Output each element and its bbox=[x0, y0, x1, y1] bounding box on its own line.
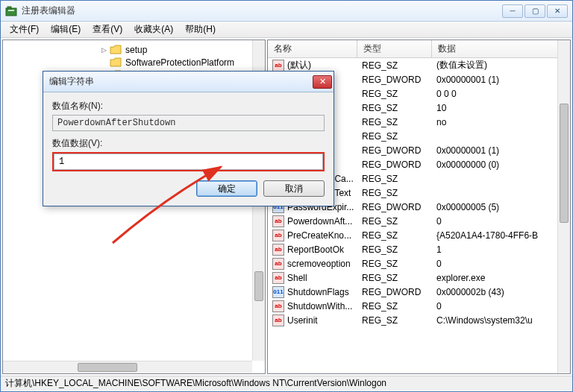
value-type: REG_DWORD bbox=[357, 159, 432, 170]
string-icon: ab bbox=[272, 60, 284, 72]
menu-view[interactable]: 查看(V) bbox=[87, 22, 128, 37]
svg-rect-2 bbox=[8, 10, 14, 11]
value-type: REG_SZ bbox=[357, 89, 432, 99]
col-type[interactable]: 类型 bbox=[357, 40, 432, 57]
value-data: (数值未设置) bbox=[432, 59, 570, 72]
value-data: 0x0000002b (43) bbox=[432, 287, 570, 297]
value-data: 0x00000001 (1) bbox=[432, 145, 570, 156]
dialog-close-button[interactable]: ✕ bbox=[313, 75, 332, 89]
edit-string-dialog: 编辑字符串 ✕ 数值名称(N): PowerdownAfterShutdown … bbox=[43, 71, 334, 206]
value-row[interactable]: abReportBootOkREG_SZ1 bbox=[268, 242, 570, 256]
value-row[interactable]: abShellREG_SZexplorer.exe bbox=[268, 271, 570, 285]
value-data: 0x00000005 (5) bbox=[432, 202, 570, 212]
value-data-highlight bbox=[52, 152, 325, 171]
col-data[interactable]: 数据 bbox=[432, 40, 570, 57]
value-type: REG_SZ bbox=[357, 131, 432, 142]
values-header: 名称 类型 数据 bbox=[268, 40, 570, 58]
value-type: REG_SZ bbox=[357, 259, 432, 269]
cancel-button[interactable]: 取消 bbox=[263, 180, 325, 197]
menu-favorites[interactable]: 收藏夹(A) bbox=[128, 22, 179, 37]
statusbar: 计算机\HKEY_LOCAL_MACHINE\SOFTWARE\Microsof… bbox=[1, 376, 572, 391]
menu-file[interactable]: 文件(F) bbox=[4, 22, 45, 37]
value-type: REG_SZ bbox=[357, 315, 432, 326]
value-data: 0 bbox=[432, 259, 570, 269]
value-type: REG_SZ bbox=[357, 103, 432, 113]
value-name: (默认) bbox=[287, 59, 311, 72]
value-name: ReportBootOk bbox=[287, 244, 344, 255]
value-type: REG_SZ bbox=[357, 216, 432, 227]
dword-icon: 011 bbox=[272, 286, 284, 298]
value-type: REG_SZ bbox=[357, 117, 432, 127]
string-icon: ab bbox=[272, 230, 284, 241]
value-data: 0 bbox=[432, 216, 570, 227]
value-name: ShutdownWith... bbox=[287, 301, 352, 312]
menu-help[interactable]: 帮助(H) bbox=[179, 22, 222, 37]
string-icon: ab bbox=[272, 272, 284, 284]
value-data: 0 bbox=[432, 301, 570, 312]
value-row[interactable]: abscremoveoptionREG_SZ0 bbox=[268, 256, 570, 271]
menubar: 文件(F) 编辑(E) 查看(V) 收藏夹(A) 帮助(H) bbox=[1, 22, 572, 38]
value-name: Shell bbox=[287, 273, 307, 283]
svg-rect-1 bbox=[7, 7, 11, 9]
value-data: 0x00000001 (1) bbox=[432, 75, 570, 85]
value-type: REG_DWORD bbox=[357, 145, 432, 156]
value-name: PreCreateKno... bbox=[287, 230, 351, 241]
value-data: explorer.exe bbox=[432, 273, 570, 283]
value-type: REG_DWORD bbox=[357, 75, 432, 85]
value-type: REG_SZ bbox=[357, 188, 432, 198]
tree-item-label: SoftwareProtectionPlatform bbox=[124, 57, 236, 68]
tree-item[interactable]: SoftwareProtectionPlatform bbox=[3, 56, 265, 69]
value-data: no bbox=[432, 117, 570, 127]
string-icon: ab bbox=[272, 244, 284, 256]
value-row[interactable]: abPowerdownAft...REG_SZ0 bbox=[268, 214, 570, 228]
value-name: Userinit bbox=[287, 315, 318, 326]
value-row[interactable]: abUserinitREG_SZC:\Windows\system32\u bbox=[268, 313, 570, 327]
value-type: REG_SZ bbox=[357, 301, 432, 312]
value-data: 1 bbox=[432, 244, 570, 255]
col-name[interactable]: 名称 bbox=[268, 40, 357, 57]
dialog-title: 编辑字符串 bbox=[49, 75, 313, 88]
expand-icon[interactable]: ▷ bbox=[100, 46, 108, 54]
value-row[interactable]: abShutdownWith...REG_SZ0 bbox=[268, 299, 570, 313]
close-button[interactable]: ✕ bbox=[547, 4, 568, 18]
tree-hscrollbar[interactable] bbox=[3, 361, 252, 373]
value-type: REG_SZ bbox=[357, 273, 432, 283]
value-row[interactable]: abPreCreateKno...REG_SZ{A520A1A4-1780-4F… bbox=[268, 228, 570, 242]
value-data: {A520A1A4-1780-4FF6-B bbox=[432, 230, 570, 241]
window-titlebar: 注册表编辑器 ─ ▢ ✕ bbox=[1, 1, 572, 22]
value-name: ShutdownFlags bbox=[287, 287, 349, 297]
minimize-button[interactable]: ─ bbox=[502, 4, 523, 18]
tree-item-label: setup bbox=[124, 45, 148, 55]
string-icon: ab bbox=[272, 215, 284, 227]
value-data-input[interactable] bbox=[54, 154, 323, 170]
value-name: PowerdownAft... bbox=[287, 216, 352, 227]
value-type: REG_SZ bbox=[357, 174, 432, 184]
value-data: 0 0 0 bbox=[432, 89, 570, 99]
value-data-label: 数值数据(V): bbox=[52, 137, 325, 150]
status-path: 计算机\HKEY_LOCAL_MACHINE\SOFTWARE\Microsof… bbox=[5, 377, 386, 390]
regedit-icon bbox=[5, 5, 17, 17]
window-title: 注册表编辑器 bbox=[22, 4, 502, 17]
value-data: C:\Windows\system32\u bbox=[432, 315, 570, 326]
value-type: REG_DWORD bbox=[357, 202, 432, 212]
ok-button[interactable]: 确定 bbox=[196, 180, 257, 197]
value-data: 10 bbox=[432, 103, 570, 113]
value-data: 0x00000000 (0) bbox=[432, 159, 570, 170]
dialog-titlebar[interactable]: 编辑字符串 ✕ bbox=[43, 72, 334, 92]
value-name: scremoveoption bbox=[287, 259, 351, 269]
value-row[interactable]: 011ShutdownFlagsREG_DWORD0x0000002b (43) bbox=[268, 285, 570, 299]
tree-item[interactable]: ▷setup bbox=[3, 43, 265, 56]
value-name-field: PowerdownAfterShutdown bbox=[52, 115, 325, 131]
value-type: REG_SZ bbox=[357, 60, 432, 71]
string-icon: ab bbox=[272, 258, 284, 270]
string-icon: ab bbox=[272, 314, 284, 326]
value-name-label: 数值名称(N): bbox=[52, 100, 325, 113]
folder-icon bbox=[110, 45, 122, 55]
list-vscrollbar[interactable] bbox=[557, 40, 570, 373]
maximize-button[interactable]: ▢ bbox=[525, 4, 545, 18]
menu-edit[interactable]: 编辑(E) bbox=[45, 22, 87, 37]
value-type: REG_SZ bbox=[357, 244, 432, 255]
folder-icon bbox=[110, 57, 122, 68]
string-icon: ab bbox=[272, 300, 284, 312]
value-type: REG_DWORD bbox=[357, 287, 432, 297]
